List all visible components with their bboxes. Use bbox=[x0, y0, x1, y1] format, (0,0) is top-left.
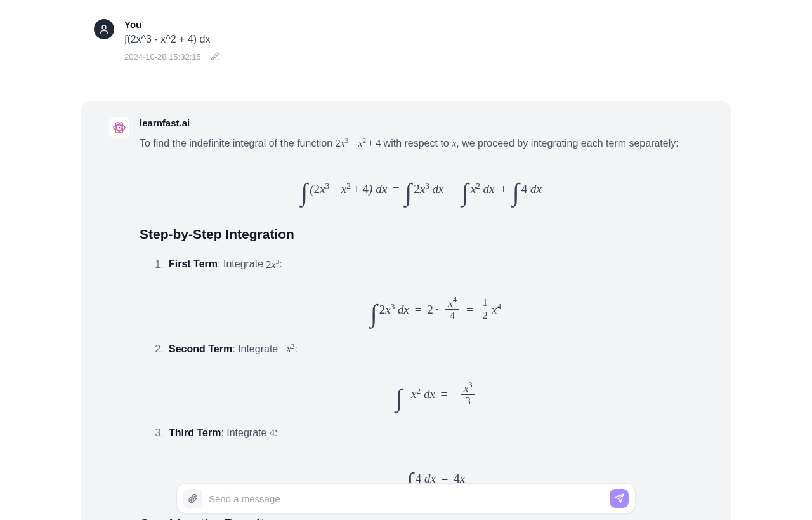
attach-button[interactable] bbox=[183, 489, 202, 508]
step-1-label: First Term bbox=[169, 259, 218, 270]
user-avatar-icon bbox=[94, 19, 114, 39]
user-message-text: ∫(2x^3 - x^2 + 4) dx bbox=[124, 34, 718, 45]
intro-paragraph: To find the indefinite integral of the f… bbox=[140, 135, 703, 152]
ai-response-body: To find the indefinite integral of the f… bbox=[140, 135, 703, 520]
step-1-expr: 2x3 bbox=[266, 259, 280, 270]
integral-split-equation: ∫(2x3−x2+4) dx = ∫2x3 dx − ∫x2 dx + ∫4 d… bbox=[140, 164, 703, 206]
ai-message: learnfast.ai To find the indefinite inte… bbox=[81, 101, 731, 520]
step-2-label: Second Term bbox=[169, 343, 232, 354]
user-name: You bbox=[124, 19, 718, 30]
step-1-text: : Integrate bbox=[218, 259, 266, 270]
step-3-expr: 4 bbox=[270, 427, 275, 438]
edit-icon[interactable] bbox=[209, 50, 221, 63]
composer bbox=[176, 483, 636, 514]
step-3-text: : Integrate bbox=[221, 427, 270, 438]
step-1-equation: ∫2x3 dx = 2· x44 = 12x4 bbox=[169, 284, 703, 326]
combine-heading: Combine the Results bbox=[140, 513, 703, 520]
timestamp: 2024-10-28 15:32:15 bbox=[124, 52, 201, 62]
step-2: Second Term: Integrate −x2: ∫−x2 dx = −x… bbox=[166, 340, 703, 411]
step-1: First Term: Integrate 2x3: ∫2x3 dx = 2· … bbox=[166, 255, 703, 326]
ai-avatar-icon bbox=[109, 117, 129, 138]
send-icon bbox=[614, 493, 624, 503]
svg-point-4 bbox=[119, 127, 121, 129]
user-message: You ∫(2x^3 - x^2 + 4) dx 2024-10-28 15:3… bbox=[81, 15, 731, 76]
step-3-label: Third Term bbox=[169, 427, 221, 438]
step-2-text: : Integrate bbox=[232, 343, 281, 354]
svg-point-0 bbox=[102, 25, 106, 29]
intro-text-before: To find the indefinite integral of the f… bbox=[140, 138, 336, 149]
step-2-expr: −x2 bbox=[281, 343, 295, 354]
intro-text-mid: with respect to bbox=[381, 138, 452, 149]
send-button[interactable] bbox=[610, 489, 629, 508]
intro-expression: 2x3−x2+4 bbox=[336, 138, 381, 149]
step-list: First Term: Integrate 2x3: ∫2x3 dx = 2· … bbox=[140, 255, 703, 495]
ai-name: learnfast.ai bbox=[140, 117, 703, 128]
message-input[interactable] bbox=[209, 493, 603, 504]
step-2-equation: ∫−x2 dx = −x33 bbox=[169, 369, 703, 411]
intro-text-after: , we proceed by integrating each term se… bbox=[456, 138, 678, 149]
paperclip-icon bbox=[188, 493, 198, 503]
step-heading: Step-by-Step Integration bbox=[140, 223, 703, 246]
